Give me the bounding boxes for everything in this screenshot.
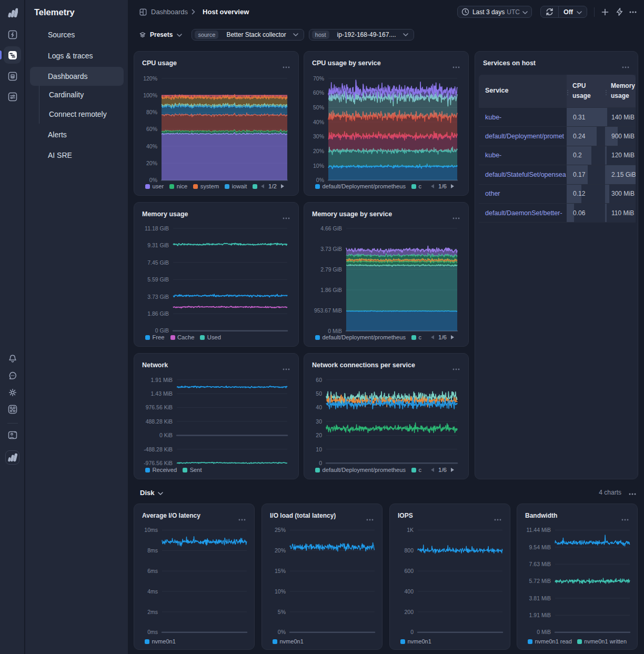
svg-text:120%: 120% bbox=[143, 75, 157, 82]
svg-text:4ms: 4ms bbox=[147, 588, 158, 595]
svg-text:2ms: 2ms bbox=[147, 609, 158, 615]
svg-text:800: 800 bbox=[404, 547, 414, 554]
svg-text:11.18 GiB: 11.18 GiB bbox=[145, 225, 169, 232]
svg-text:40%: 40% bbox=[146, 143, 157, 149]
svg-text:0 KiB: 0 KiB bbox=[159, 432, 173, 438]
svg-text:10%: 10% bbox=[313, 163, 324, 169]
svg-text:9.54 MiB: 9.54 MiB bbox=[529, 544, 551, 550]
svg-text:1.43 MiB: 1.43 MiB bbox=[151, 390, 173, 397]
svg-text:6ms: 6ms bbox=[147, 568, 158, 574]
svg-text:10: 10 bbox=[316, 446, 322, 452]
svg-text:0%: 0% bbox=[278, 629, 286, 635]
svg-text:0 GiB: 0 GiB bbox=[155, 327, 169, 334]
svg-text:40%: 40% bbox=[313, 119, 324, 125]
svg-text:3.81 MiB: 3.81 MiB bbox=[529, 595, 551, 601]
svg-text:20%: 20% bbox=[313, 148, 324, 154]
svg-text:10ms: 10ms bbox=[144, 527, 158, 533]
svg-text:100%: 100% bbox=[143, 92, 157, 98]
svg-text:10%: 10% bbox=[275, 588, 286, 595]
svg-text:50%: 50% bbox=[313, 104, 324, 110]
svg-text:953.67 MiB: 953.67 MiB bbox=[314, 307, 342, 314]
svg-text:1.91 MiB: 1.91 MiB bbox=[151, 377, 173, 383]
svg-text:20%: 20% bbox=[275, 547, 286, 554]
svg-text:3.73 GiB: 3.73 GiB bbox=[147, 294, 169, 300]
svg-text:11.44 MiB: 11.44 MiB bbox=[527, 527, 551, 533]
svg-text:200: 200 bbox=[404, 609, 414, 615]
svg-text:25%: 25% bbox=[275, 527, 286, 533]
svg-text:5%: 5% bbox=[278, 609, 286, 615]
svg-text:400: 400 bbox=[404, 588, 414, 595]
svg-text:60%: 60% bbox=[146, 126, 157, 132]
svg-text:20%: 20% bbox=[146, 160, 157, 166]
svg-text:7.45 GiB: 7.45 GiB bbox=[147, 259, 169, 266]
svg-text:0 MiB: 0 MiB bbox=[537, 629, 551, 635]
svg-text:-488.28 KiB: -488.28 KiB bbox=[144, 446, 173, 452]
svg-text:70%: 70% bbox=[313, 75, 324, 82]
svg-text:7.63 MiB: 7.63 MiB bbox=[529, 561, 551, 567]
svg-text:60: 60 bbox=[316, 377, 322, 383]
svg-text:60%: 60% bbox=[313, 89, 324, 96]
svg-text:50: 50 bbox=[316, 390, 322, 397]
svg-text:0 MiB: 0 MiB bbox=[328, 328, 342, 334]
svg-text:4.66 GiB: 4.66 GiB bbox=[320, 225, 342, 232]
svg-text:1.86 GiB: 1.86 GiB bbox=[320, 287, 342, 293]
svg-text:976.56 KiB: 976.56 KiB bbox=[146, 404, 173, 410]
svg-text:3.73 GiB: 3.73 GiB bbox=[320, 246, 342, 252]
svg-text:488.28 KiB: 488.28 KiB bbox=[146, 418, 173, 425]
svg-text:8ms: 8ms bbox=[147, 547, 158, 554]
svg-text:0: 0 bbox=[410, 629, 414, 635]
svg-text:0: 0 bbox=[319, 460, 322, 466]
svg-text:5.59 GiB: 5.59 GiB bbox=[147, 276, 169, 283]
svg-text:1.91 MiB: 1.91 MiB bbox=[529, 612, 551, 618]
svg-text:30%: 30% bbox=[313, 133, 324, 139]
svg-text:0ms: 0ms bbox=[147, 629, 158, 635]
svg-text:40: 40 bbox=[316, 404, 322, 410]
svg-text:600: 600 bbox=[404, 568, 414, 574]
svg-text:5.72 MiB: 5.72 MiB bbox=[529, 578, 551, 584]
svg-text:20: 20 bbox=[316, 432, 322, 438]
svg-text:1K: 1K bbox=[407, 527, 414, 533]
svg-text:30: 30 bbox=[316, 418, 322, 425]
svg-text:2.79 GiB: 2.79 GiB bbox=[320, 266, 342, 273]
svg-text:80%: 80% bbox=[146, 109, 157, 115]
svg-text:9.31 GiB: 9.31 GiB bbox=[147, 242, 169, 248]
svg-text:1.86 GiB: 1.86 GiB bbox=[147, 310, 169, 317]
svg-text:15%: 15% bbox=[275, 568, 286, 574]
svg-text:-976.56 KiB: -976.56 KiB bbox=[144, 460, 173, 466]
